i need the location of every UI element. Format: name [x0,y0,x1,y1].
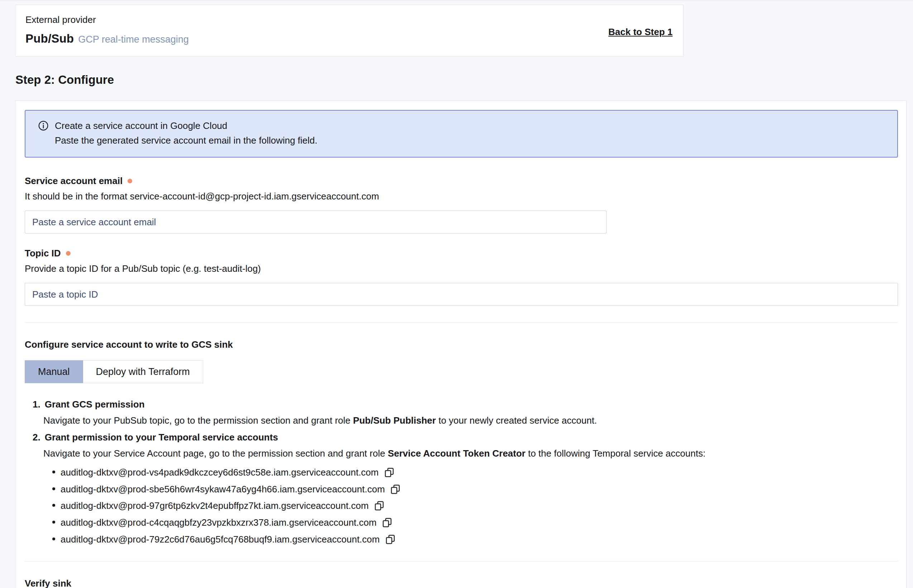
copy-icon[interactable] [385,534,396,545]
page-title: Step 2: Configure [15,73,913,87]
service-account-email-label: Service account email [25,176,123,187]
topic-id-input[interactable] [25,283,898,306]
info-banner-title: Create a service account in Google Cloud [55,120,227,131]
service-account-item: auditlog-dktxv@prod-c4cqaqgbfzy23vpzkbxz… [61,516,898,528]
step-title-row: 2. Grant permission to your Temporal ser… [32,432,898,443]
section-divider [25,322,898,323]
service-account-email-input[interactable] [25,210,607,233]
provider-info: External provider Pub/Sub GCP real-time … [26,15,189,45]
info-icon [37,120,49,131]
required-indicator [66,251,71,256]
copy-icon[interactable] [390,484,401,494]
configure-card: Create a service account in Google Cloud… [15,100,907,588]
step-grant-temporal-permission: 2. Grant permission to your Temporal ser… [32,432,898,545]
instruction-steps: 1. Grant GCS permission Navigate to your… [32,399,898,545]
copy-icon[interactable] [382,517,392,528]
page: External provider Pub/Sub GCP real-time … [0,0,913,588]
config-mode-tabs: Manual Deploy with Terraform [25,360,898,383]
info-banner: Create a service account in Google Cloud… [25,110,898,158]
step-title: Grant GCS permission [45,399,145,410]
step-title-row: 1. Grant GCS permission [32,399,898,410]
step-description: Navigate to your Service Account page, g… [43,448,898,459]
service-account-email-field: Service account email It should be in th… [25,176,898,233]
configure-section-title: Configure service account to write to GC… [25,339,898,350]
service-account-item: auditlog-dktxv@prod-79z2c6d76au6g5fcq768… [61,533,898,545]
required-indicator [128,179,132,183]
step-grant-gcs-permission: 1. Grant GCS permission Navigate to your… [32,399,898,426]
service-account-email: auditlog-dktxv@prod-sbe56h6wr4sykaw47a6y… [61,483,385,494]
topic-id-field: Topic ID Provide a topic ID for a Pub/Su… [25,248,898,306]
external-provider-label: External provider [26,15,189,26]
service-account-item: auditlog-dktxv@prod-sbe56h6wr4sykaw47a6y… [61,483,898,495]
tab-deploy-terraform[interactable]: Deploy with Terraform [83,360,203,383]
info-banner-title-row: Create a service account in Google Cloud [37,120,887,131]
verify-sink-title: Verify sink [25,578,898,588]
topic-id-hint: Provide a topic ID for a Pub/Sub topic (… [25,263,898,274]
topic-id-label-row: Topic ID [25,248,898,259]
section-divider [25,561,898,562]
provider-name: Pub/Sub [26,32,74,45]
service-account-email: auditlog-dktxv@prod-vs4padk9dkczcey6d6st… [61,467,379,478]
service-account-email: auditlog-dktxv@prod-c4cqaqgbfzy23vpzkbxz… [61,517,377,528]
topic-id-label: Topic ID [25,248,61,259]
provider-row: Pub/Sub GCP real-time messaging [26,32,189,45]
service-account-list: auditlog-dktxv@prod-vs4padk9dkczcey6d6st… [61,466,898,545]
service-account-item: auditlog-dktxv@prod-vs4padk9dkczcey6d6st… [61,466,898,478]
copy-icon[interactable] [384,467,395,478]
service-account-email: auditlog-dktxv@prod-97gr6tp6zkv2t4epubff… [61,500,369,511]
step-number: 2. [32,432,40,443]
tab-manual[interactable]: Manual [25,360,83,383]
step-description: Navigate to your PubSub topic, go to the… [43,415,898,426]
provider-header-card: External provider Pub/Sub GCP real-time … [15,5,684,57]
back-to-step1-link[interactable]: Back to Step 1 [609,26,673,37]
service-account-item: auditlog-dktxv@prod-97gr6tp6zkv2t4epubff… [61,499,898,511]
service-account-email: auditlog-dktxv@prod-79z2c6d76au6g5fcq768… [61,533,380,544]
service-account-email-hint: It should be in the format service-accou… [25,191,898,202]
provider-description: GCP real-time messaging [78,34,189,45]
service-account-email-label-row: Service account email [25,176,898,187]
step-title: Grant permission to your Temporal servic… [45,432,278,443]
copy-icon[interactable] [374,500,384,511]
info-banner-description: Paste the generated service account emai… [55,135,887,146]
step-number: 1. [32,399,40,410]
